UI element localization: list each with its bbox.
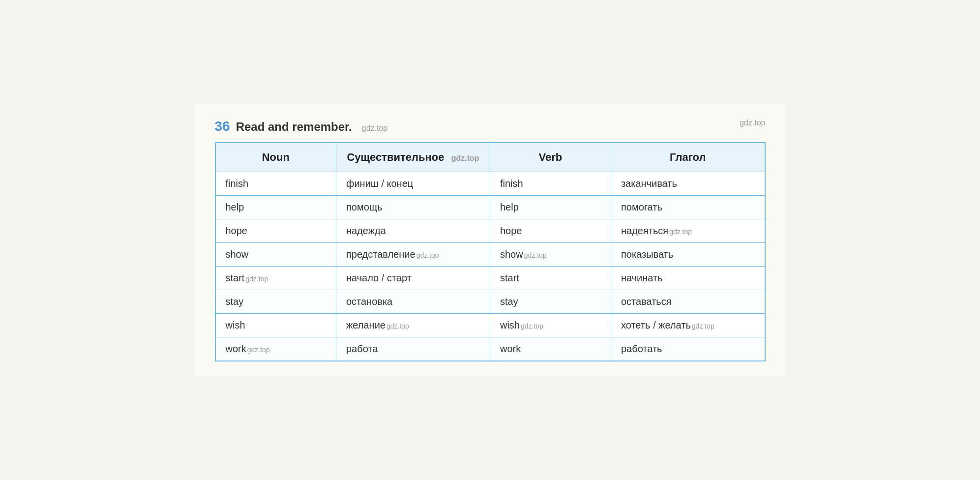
cell-russian_verb-6: хотеть / желатьgdz.top xyxy=(611,314,765,337)
cell-russian_noun-4: начало / старт xyxy=(336,267,490,290)
cell-noun-0: finish xyxy=(215,172,336,196)
header-verb: Verb xyxy=(490,143,611,172)
header-russian-verb: Глагол xyxy=(611,143,765,172)
watermark-2-russian_verb: gdz.top xyxy=(669,228,692,236)
table-header-row: Noun Существительное gdz.top Verb Глагол xyxy=(215,143,765,172)
header-noun: Noun xyxy=(215,143,336,172)
table-row: hopeнадеждаhopeнадеятьсяgdz.top xyxy=(215,219,765,243)
cell-russian_verb-0: заканчивать xyxy=(611,172,765,196)
cell-noun-3: show xyxy=(215,243,336,267)
watermark-6-russian_noun: gdz.top xyxy=(386,322,409,330)
cell-russian_verb-5: оставаться xyxy=(611,290,765,314)
table-body: finishфиниш / конецfinishзаканчиватьhelp… xyxy=(215,172,765,361)
watermark-7-noun: gdz.top xyxy=(247,346,270,354)
watermark-4-noun: gdz.top xyxy=(245,275,268,283)
table-row: showпредставлениеgdz.topshowgdz.topпоказ… xyxy=(215,243,765,267)
watermark-3-russian_noun: gdz.top xyxy=(416,251,439,259)
cell-russian_verb-3: показывать xyxy=(611,243,765,267)
cell-verb-3: showgdz.top xyxy=(490,243,611,267)
cell-russian_noun-2: надежда xyxy=(336,219,490,243)
exercise-number: 36 xyxy=(215,119,230,134)
page-container: 36 Read and remember. gdz.top gdz.top No… xyxy=(195,104,785,376)
cell-noun-6: wish xyxy=(215,314,336,337)
vocabulary-table: Noun Существительное gdz.top Verb Глагол… xyxy=(215,142,766,361)
cell-russian_verb-1: помогать xyxy=(611,196,765,219)
cell-verb-6: wishgdz.top xyxy=(490,314,611,337)
cell-russian_noun-0: финиш / конец xyxy=(336,172,490,196)
table-row: finishфиниш / конецfinishзаканчивать xyxy=(215,172,765,196)
table-row: wishжеланиеgdz.topwishgdz.topхотеть / же… xyxy=(215,314,765,337)
exercise-title: Read and remember. xyxy=(236,120,352,134)
top-right-watermark: gdz.top xyxy=(740,119,765,127)
cell-verb-7: work xyxy=(490,337,611,361)
cell-noun-2: hope xyxy=(215,219,336,243)
cell-russian_noun-6: желаниеgdz.top xyxy=(336,314,490,337)
cell-verb-5: stay xyxy=(490,290,611,314)
cell-verb-0: finish xyxy=(490,172,611,196)
cell-russian_verb-2: надеятьсяgdz.top xyxy=(611,219,765,243)
exercise-header: 36 Read and remember. gdz.top xyxy=(215,119,766,134)
watermark-3-verb: gdz.top xyxy=(524,251,547,259)
cell-verb-4: start xyxy=(490,267,611,290)
cell-noun-1: help xyxy=(215,196,336,219)
watermark-6-russian_verb: gdz.top xyxy=(692,322,714,330)
cell-russian_noun-1: помощь xyxy=(336,196,490,219)
cell-russian_noun-3: представлениеgdz.top xyxy=(336,243,490,267)
cell-russian_verb-4: начинать xyxy=(611,267,765,290)
cell-noun-4: startgdz.top xyxy=(215,267,336,290)
cell-russian_verb-7: работать xyxy=(611,337,765,361)
table-row: startgdz.topначало / стартstartначинать xyxy=(215,267,765,290)
header-watermark: gdz.top xyxy=(362,124,387,133)
cell-russian_noun-5: остановка xyxy=(336,290,490,314)
cell-noun-5: stay xyxy=(215,290,336,314)
watermark-6-verb: gdz.top xyxy=(521,322,543,330)
table-row: workgdz.topработаworkработать xyxy=(215,337,765,361)
cell-verb-2: hope xyxy=(490,219,611,243)
cell-noun-7: workgdz.top xyxy=(215,337,336,361)
header-watermark-2: gdz.top xyxy=(451,154,479,162)
table-row: stayостановкаstayоставаться xyxy=(215,290,765,314)
table-row: helpпомощьhelpпомогать xyxy=(215,196,765,219)
cell-russian_noun-7: работа xyxy=(336,337,490,361)
cell-verb-1: help xyxy=(490,196,611,219)
header-russian-noun: Существительное gdz.top xyxy=(336,143,490,172)
